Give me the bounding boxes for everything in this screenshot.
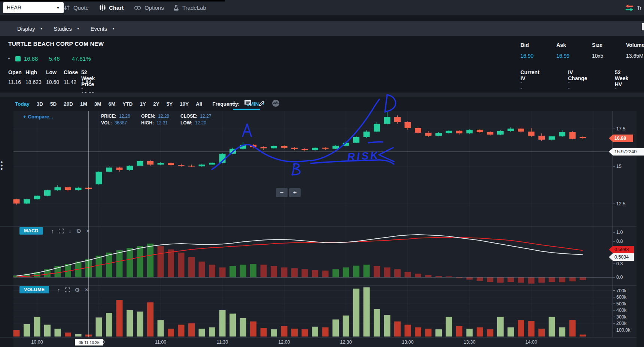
- volume-bar: [240, 318, 246, 337]
- macd-histogram-bar: [353, 266, 359, 277]
- candle: [374, 124, 380, 132]
- gear-icon[interactable]: ⚙: [75, 287, 80, 293]
- candle: [158, 163, 164, 165]
- macd-histogram-bar: [261, 265, 267, 277]
- compare-link[interactable]: + Compare...: [23, 114, 53, 120]
- readout-value: 12.27: [200, 114, 211, 119]
- volume-bar: [168, 329, 174, 337]
- macd-histogram-bar: [178, 253, 185, 277]
- candle: [106, 168, 112, 172]
- volume-pane-title[interactable]: VOLUME: [19, 286, 49, 293]
- readout-value: 12.26: [119, 114, 130, 119]
- zoom-out-button[interactable]: −: [276, 188, 288, 197]
- up-arrow-icon[interactable]: ↑: [57, 287, 60, 293]
- time-axis-label: 10:00: [31, 340, 43, 345]
- candle: [168, 163, 174, 165]
- candle: [405, 122, 411, 128]
- volume-bar: [96, 317, 102, 337]
- volume-bar: [312, 327, 318, 337]
- macd-histogram-bar: [188, 257, 195, 277]
- axis-tick-label: 100.0k: [616, 328, 631, 333]
- axis-tick-label: 600k: [616, 295, 627, 300]
- macd-histogram-bar: [528, 277, 535, 284]
- macd-histogram-bar: [199, 262, 205, 277]
- axis-tick-label: 500k: [616, 301, 627, 307]
- volume-bar: [127, 310, 133, 337]
- macd-histogram-bar: [271, 266, 277, 277]
- macd-histogram-bar: [240, 265, 246, 277]
- readout-label: CLOSE:: [180, 114, 197, 119]
- candle: [24, 199, 30, 203]
- volume-bar: [158, 320, 164, 337]
- macd-histogram-bar: [219, 268, 226, 277]
- readout-value: 12.20: [195, 120, 206, 126]
- down-arrow-icon[interactable]: ↓: [69, 228, 72, 234]
- volume-pane-icons: ↑⚙×: [57, 287, 88, 293]
- volume-bar: [559, 328, 565, 337]
- macd-histogram-bar: [364, 265, 370, 277]
- close-icon[interactable]: ×: [85, 287, 88, 293]
- axis-tick-label: 17.5: [616, 126, 625, 132]
- candle: [178, 165, 185, 166]
- volume-bar: [332, 320, 339, 337]
- macd-histogram-bar: [302, 269, 308, 277]
- candle: [137, 161, 143, 166]
- candle: [127, 166, 133, 170]
- macd-signal-value-badge: 0.5983: [609, 246, 634, 253]
- macd-histogram-bar: [209, 265, 215, 277]
- candle: [291, 148, 298, 149]
- macd-histogram-bar: [250, 264, 256, 277]
- macd-histogram-bar: [332, 269, 339, 277]
- candle: [65, 187, 71, 190]
- axis-tick-label: 0.8: [616, 239, 623, 244]
- expand-icon[interactable]: [59, 228, 64, 234]
- volume-bar: [549, 317, 555, 337]
- panel-drag-handle[interactable]: ●●●: [0, 160, 3, 171]
- macd-histogram-bar: [230, 266, 236, 277]
- macd-histogram-bar: [127, 248, 133, 277]
- zoom-in-button[interactable]: +: [289, 188, 301, 197]
- candle: [34, 196, 40, 199]
- volume-bar: [353, 289, 359, 337]
- volume-bar: [405, 325, 411, 337]
- candle: [312, 148, 318, 150]
- volume-bar: [487, 329, 493, 337]
- volume-bar: [55, 329, 61, 337]
- macd-histogram-bar: [137, 246, 143, 277]
- candle: [302, 149, 308, 150]
- volume-bar: [508, 328, 514, 337]
- candle: [96, 172, 102, 184]
- chart-canvas[interactable]: 17.51512.51.00.80.30.0700k600k500k400k30…: [0, 111, 644, 347]
- candle: [569, 132, 576, 139]
- axis-tick-label: 0.3: [616, 261, 623, 266]
- readout-item: VOL:36887: [101, 120, 127, 126]
- close-icon[interactable]: ×: [86, 228, 90, 234]
- macd-histogram-bar: [508, 277, 514, 282]
- volume-bar: [271, 329, 277, 337]
- macd-histogram-bar: [394, 269, 401, 277]
- time-axis-label: 13:00: [402, 340, 413, 345]
- volume-bar: [178, 325, 185, 337]
- volume-bar: [580, 335, 586, 337]
- expand-icon[interactable]: [65, 287, 70, 293]
- macd-pane-title[interactable]: MACD: [19, 227, 43, 235]
- macd-histogram-bar: [116, 250, 123, 277]
- candle: [384, 117, 391, 124]
- macd-histogram-bar: [425, 275, 432, 277]
- up-arrow-icon[interactable]: ↑: [51, 228, 54, 234]
- gear-icon[interactable]: ⚙: [76, 228, 81, 234]
- candle: [559, 132, 565, 136]
- macd-histogram-bar: [312, 270, 318, 277]
- axis-tick-label: 12.5: [616, 201, 625, 206]
- candle: [456, 131, 462, 133]
- readout-item: HIGH:12.31: [141, 120, 168, 126]
- candle: [364, 132, 370, 137]
- time-axis-label: 12:30: [340, 340, 352, 345]
- macd-histogram-bar: [549, 277, 555, 282]
- macd-histogram-bar: [343, 268, 349, 277]
- candle: [477, 130, 483, 132]
- candle: [415, 128, 421, 133]
- axis-tick-label: 15: [616, 164, 622, 169]
- macd-histogram-bar: [96, 256, 102, 277]
- candle: [353, 137, 359, 143]
